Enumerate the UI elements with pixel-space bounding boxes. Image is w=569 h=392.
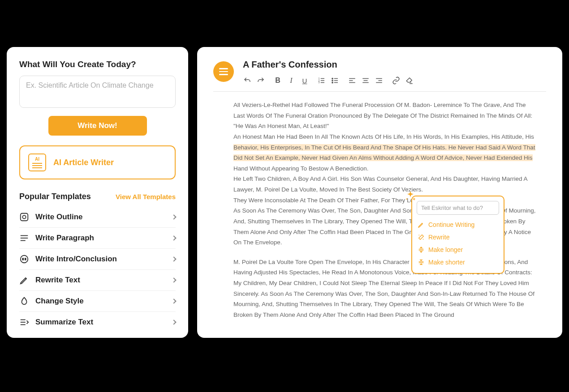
ai-action-label: Make longer: [428, 246, 463, 253]
paragraph: He Left Two Children, A Boy And A Girl. …: [233, 174, 537, 195]
selected-text: Behavior, His Enterprises, In The Cut Of…: [233, 144, 535, 162]
template-label: Write Intro/Conclusion: [35, 255, 166, 264]
chevron-right-icon: [171, 298, 176, 303]
svg-point-1: [22, 215, 26, 218]
align-center-button[interactable]: [361, 76, 370, 85]
templates-header: Popular Templates View All Templates: [19, 192, 176, 201]
editor-toolbar: B I U 123: [243, 76, 546, 85]
underline-button[interactable]: U: [300, 76, 309, 85]
ai-action-label: Make shorter: [428, 259, 465, 266]
svg-rect-0: [21, 213, 28, 221]
erase-button[interactable]: [405, 76, 414, 85]
template-label: Summarize Text: [35, 318, 166, 327]
template-summarize-text[interactable]: Summarize Text: [19, 312, 176, 332]
sidebar-panel: What Will You Create Today? Write Now! A…: [7, 47, 188, 338]
template-label: Rewrite Text: [35, 276, 166, 285]
document-title[interactable]: A Father's Confession: [243, 60, 546, 70]
template-change-style[interactable]: Change Style: [19, 291, 176, 312]
expand-icon: [418, 246, 425, 253]
ai-writer-label: AI Article Writer: [53, 158, 114, 167]
ai-action-label: Continue Writing: [428, 221, 474, 228]
redo-button[interactable]: [256, 76, 265, 85]
paragraph-icon: [19, 233, 29, 243]
topic-input[interactable]: [19, 76, 176, 108]
summarize-icon: [19, 317, 29, 327]
svg-point-19: [332, 80, 333, 81]
menu-button[interactable]: [213, 61, 234, 82]
divider: [213, 91, 546, 92]
chevron-right-icon: [171, 235, 176, 240]
template-write-intro-conclusion[interactable]: Write Intro/Conclusion: [19, 249, 176, 270]
template-label: Write Outline: [35, 213, 166, 222]
unordered-list-button[interactable]: [331, 76, 340, 85]
rewrite-icon: [19, 275, 29, 285]
template-write-paragraph[interactable]: Write Paragraph: [19, 228, 176, 249]
svg-text:3: 3: [319, 81, 320, 84]
template-label: Change Style: [35, 297, 166, 306]
write-now-button[interactable]: Write Now!: [48, 116, 147, 136]
ordered-list-button[interactable]: 123: [317, 76, 326, 85]
wand-icon: [418, 234, 425, 241]
ai-action-make-longer[interactable]: Make longer: [417, 243, 499, 256]
template-label: Write Paragraph: [35, 234, 166, 243]
ai-actions-popup: Continue Writing Rewrite Make longer Mak…: [411, 196, 504, 274]
ai-action-rewrite[interactable]: Rewrite: [417, 231, 499, 243]
bold-button[interactable]: B: [273, 76, 282, 85]
editor-panel: A Father's Confession B I U 123: [197, 47, 562, 338]
ai-action-make-shorter[interactable]: Make shorter: [417, 256, 499, 268]
quote-icon: [19, 254, 29, 264]
compress-icon: [418, 259, 425, 266]
outline-icon: [19, 212, 29, 222]
template-rewrite-text[interactable]: Rewrite Text: [19, 270, 176, 291]
templates-title: Popular Templates: [19, 192, 91, 201]
svg-point-20: [332, 82, 333, 83]
svg-point-18: [332, 78, 333, 79]
undo-button[interactable]: [243, 76, 252, 85]
paragraph: An Honest Man He Had Been In All The Kno…: [233, 132, 537, 174]
style-icon: [19, 296, 29, 306]
link-button[interactable]: [392, 76, 401, 85]
paragraph: All Veziers-Le-Rethel Had Followed The F…: [233, 100, 537, 132]
chevron-right-icon: [171, 256, 176, 261]
chevron-right-icon: [171, 214, 176, 219]
prompt-heading: What Will You Create Today?: [19, 60, 176, 69]
ai-command-input[interactable]: [417, 201, 499, 215]
ai-writer-icon: AI: [28, 153, 46, 171]
template-write-outline[interactable]: Write Outline: [19, 207, 176, 228]
chevron-right-icon: [171, 277, 176, 282]
ai-action-label: Rewrite: [428, 234, 449, 241]
ai-action-continue-writing[interactable]: Continue Writing: [417, 218, 499, 231]
italic-button[interactable]: I: [287, 76, 296, 85]
ai-article-writer-card[interactable]: AI AI Article Writer: [19, 145, 176, 179]
pencil-icon: [418, 221, 425, 228]
svg-point-5: [21, 256, 28, 263]
sparkle-icon: [404, 190, 417, 203]
align-left-button[interactable]: [348, 76, 357, 85]
view-all-templates-link[interactable]: View All Templates: [116, 193, 176, 200]
chevron-right-icon: [171, 320, 176, 324]
align-right-button[interactable]: [375, 76, 384, 85]
